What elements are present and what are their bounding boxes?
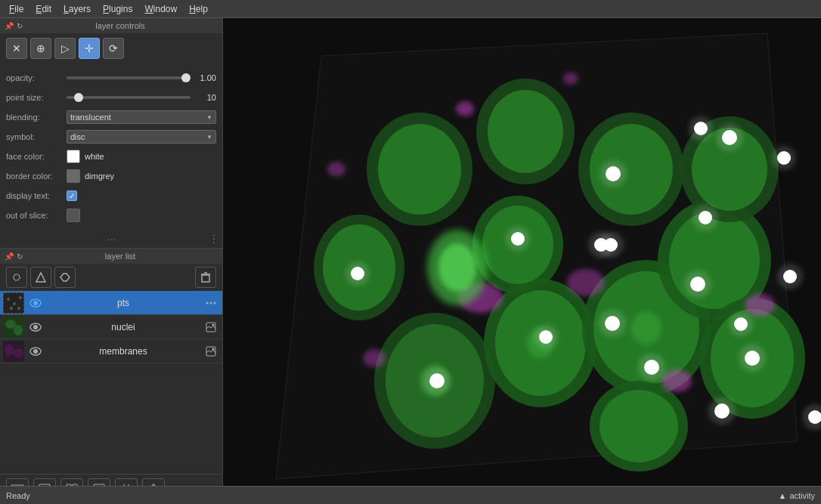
svg-point-15 — [214, 301, 216, 304]
face-color-control: white — [67, 150, 216, 163]
out-of-slice-checkbox[interactable] — [67, 209, 80, 222]
svg-point-29 — [212, 348, 215, 350]
border-color-swatch[interactable] — [67, 169, 80, 183]
layer-controls-header: 📌 ↻ layer controls — [0, 18, 222, 33]
pin-icon[interactable]: 📌 — [5, 22, 14, 30]
symbol-control: disc ▼ — [67, 130, 216, 144]
controls-toolbar: ✕ ⊕ ▷ ✛ ⟳ — [0, 33, 222, 63]
pts-layer-options-icon[interactable] — [203, 295, 219, 311]
membranes-visibility-button[interactable] — [27, 343, 44, 360]
panel-options-icon[interactable]: ⋮ — [209, 233, 219, 245]
points-tool-button[interactable] — [6, 267, 27, 288]
svg-marker-2 — [60, 274, 70, 281]
svg-point-0 — [14, 274, 20, 280]
activity-panel[interactable]: ▲ activity — [778, 491, 815, 500]
svg-point-99 — [783, 270, 797, 283]
svg-point-121 — [351, 267, 364, 280]
pts-visibility-button[interactable] — [27, 295, 44, 311]
controls-dots-row: ··· ⋮ — [0, 230, 222, 248]
layer-thumb-nuclei — [3, 317, 24, 338]
svg-point-27 — [33, 349, 38, 354]
svg-point-113 — [644, 360, 659, 375]
menu-edit[interactable]: Edit — [29, 2, 57, 16]
nuclei-visibility-button[interactable] — [27, 319, 44, 335]
svg-point-81 — [563, 73, 578, 85]
more-options-dots[interactable]: ··· — [107, 233, 116, 245]
svg-point-62 — [378, 124, 461, 215]
membranes-layer-image-icon[interactable] — [203, 343, 219, 360]
display-text-label: display text: — [6, 191, 67, 200]
layer-pin-icon[interactable]: 📌 — [5, 252, 14, 261]
lasso-button[interactable]: ⟳ — [103, 38, 124, 59]
svg-point-83 — [327, 162, 345, 177]
out-of-slice-row: out of slice: — [6, 207, 216, 224]
menu-window[interactable]: Window — [138, 2, 183, 16]
blending-select[interactable]: translucent ▼ — [67, 110, 216, 124]
nuclei-layer-name: nuclei — [44, 322, 203, 332]
ready-status: Ready — [6, 491, 30, 500]
select-button[interactable]: ▷ — [54, 38, 76, 59]
symbol-arrow-icon: ▼ — [206, 134, 212, 141]
menu-layers[interactable]: Layers — [57, 2, 97, 16]
symbol-row: symbol: disc ▼ — [6, 128, 216, 145]
section-header-icons: 📌 ↻ — [5, 22, 23, 30]
point-size-slider-thumb[interactable] — [74, 93, 83, 102]
delete-points-button[interactable]: ✕ — [6, 38, 27, 59]
point-size-control[interactable]: 10 — [67, 93, 216, 102]
refresh-icon[interactable]: ↻ — [17, 22, 23, 30]
opacity-row: opacity: 1.00 — [6, 70, 216, 86]
layer-controls-title: layer controls — [23, 21, 218, 30]
delete-layer-button[interactable] — [195, 267, 216, 288]
canvas-area[interactable] — [223, 18, 821, 504]
menubar: File Edit Layers Plugins Window Help — [0, 0, 821, 18]
opacity-value: 1.00 — [194, 73, 216, 82]
symbol-select[interactable]: disc ▼ — [67, 130, 216, 144]
layer-refresh-icon[interactable]: ↻ — [17, 252, 23, 261]
labels-tool-button[interactable] — [54, 267, 76, 288]
menu-file[interactable]: File — [3, 2, 29, 16]
menu-plugins[interactable]: Plugins — [97, 2, 138, 16]
menu-help[interactable]: Help — [183, 2, 214, 16]
layer-thumb-membranes — [3, 341, 24, 362]
svg-point-13 — [206, 301, 209, 304]
opacity-slider-track[interactable] — [67, 76, 191, 79]
symbol-value: disc — [70, 132, 85, 141]
left-panel: 📌 ↻ layer controls ✕ ⊕ ▷ ✛ ⟳ opacity: — [0, 18, 223, 504]
face-color-swatch[interactable] — [67, 150, 80, 163]
svg-point-18 — [14, 325, 23, 335]
svg-point-85 — [438, 243, 476, 292]
move-button[interactable]: ✛ — [79, 38, 100, 59]
svg-point-95 — [694, 122, 708, 135]
layer-item-nuclei[interactable]: nuclei — [0, 315, 222, 339]
display-text-checkbox[interactable]: ✓ — [67, 190, 77, 201]
svg-point-123 — [604, 238, 618, 252]
activity-arrow-icon: ▲ — [778, 491, 786, 500]
svg-point-105 — [605, 316, 620, 331]
point-size-slider-track[interactable] — [67, 96, 191, 99]
blending-arrow-icon: ▼ — [206, 114, 212, 121]
shapes-tool-button[interactable] — [30, 267, 51, 288]
svg-point-22 — [212, 323, 215, 326]
opacity-label: opacity: — [6, 73, 67, 82]
svg-point-25 — [13, 348, 23, 357]
svg-point-78 — [661, 369, 692, 392]
controls-table: opacity: 1.00 point size: 10 — [0, 63, 222, 230]
checkmark-icon: ✓ — [69, 192, 75, 200]
nuclei-layer-image-icon[interactable] — [203, 319, 219, 335]
blending-label: blending: — [6, 113, 67, 122]
svg-point-82 — [745, 294, 775, 317]
display-text-control: ✓ — [67, 190, 216, 201]
svg-point-10 — [17, 307, 20, 310]
layer-item-membranes[interactable]: membranes — [0, 339, 222, 363]
symbol-label: symbol: — [6, 132, 67, 141]
svg-point-119 — [429, 373, 445, 388]
svg-point-87 — [606, 166, 621, 181]
out-of-slice-label: out of slice: — [6, 211, 67, 220]
svg-rect-3 — [202, 275, 209, 282]
add-points-button[interactable]: ⊕ — [30, 38, 51, 59]
layer-item-pts[interactable]: pts — [0, 291, 222, 315]
layer-thumb-pts — [3, 292, 24, 314]
opacity-slider-thumb[interactable] — [181, 73, 191, 82]
svg-point-14 — [210, 301, 212, 304]
opacity-control[interactable]: 1.00 — [67, 73, 216, 82]
